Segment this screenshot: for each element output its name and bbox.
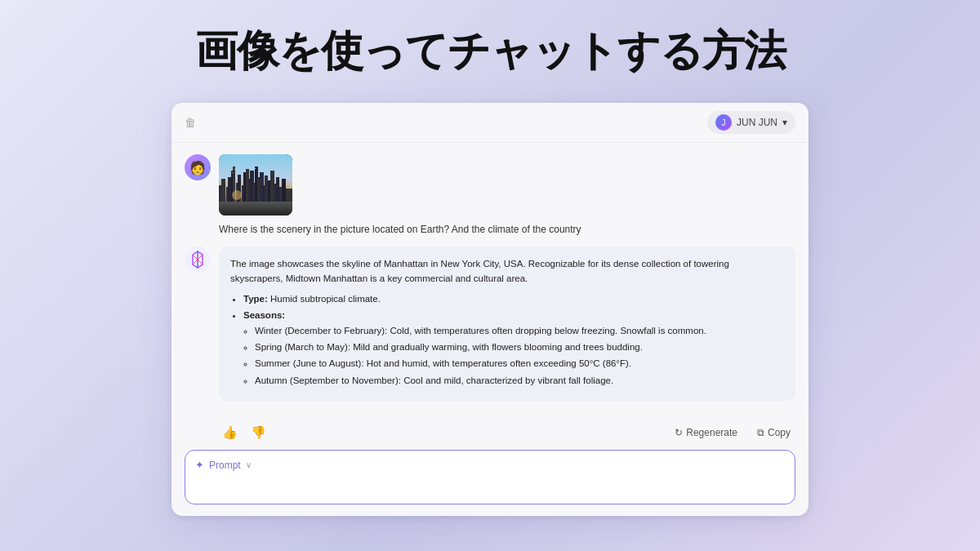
regenerate-icon: ↻ bbox=[675, 427, 683, 438]
svg-rect-1 bbox=[219, 202, 292, 216]
user-image-thumb bbox=[219, 154, 292, 216]
copy-button[interactable]: ⧉ Copy bbox=[752, 424, 795, 441]
ai-climate-list: Type: Humid subtropical climate. Seasons… bbox=[243, 291, 784, 388]
chat-window: 🗑 J JUN JUN ▾ 🧑 bbox=[172, 103, 808, 516]
copy-icon: ⧉ bbox=[757, 427, 764, 438]
user-avatar: 🧑 bbox=[185, 154, 211, 180]
svg-rect-24 bbox=[276, 177, 279, 202]
chat-input-area[interactable]: ✦ Prompt ∨ bbox=[185, 450, 795, 504]
sparkle-icon: ✦ bbox=[195, 459, 204, 471]
user-menu[interactable]: J JUN JUN ▾ bbox=[707, 111, 795, 134]
trash-icon[interactable]: 🗑 bbox=[185, 116, 196, 129]
ai-intro-text: The image showcases the skyline of Manha… bbox=[230, 256, 784, 287]
ai-avatar bbox=[185, 247, 211, 273]
utility-buttons: ↻ Regenerate ⧉ Copy bbox=[670, 424, 795, 441]
regenerate-label: Regenerate bbox=[686, 427, 737, 438]
thumbs-down-icon: 👎 bbox=[251, 425, 266, 439]
thumbs-up-icon: 👍 bbox=[222, 425, 238, 439]
ai-seasons-list: Winter (December to February): Cold, wit… bbox=[255, 323, 784, 389]
dislike-button[interactable]: 👎 bbox=[247, 424, 270, 442]
prompt-label-row[interactable]: ✦ Prompt ∨ bbox=[195, 459, 785, 471]
chevron-down-icon: ∨ bbox=[246, 460, 252, 469]
user-message-text: Where is the scenery in the picture loca… bbox=[219, 222, 581, 237]
user-message-row: 🧑 bbox=[185, 154, 795, 237]
list-item: Autumn (September to November): Cool and… bbox=[255, 373, 784, 388]
list-item: Spring (March to May): Mild and graduall… bbox=[255, 340, 784, 354]
ai-seasons: Seasons: Winter (December to February): … bbox=[243, 308, 784, 388]
chat-header: 🗑 J JUN JUN ▾ bbox=[172, 103, 808, 143]
svg-rect-3 bbox=[221, 179, 225, 202]
copy-label: Copy bbox=[768, 427, 791, 438]
svg-rect-31 bbox=[245, 171, 246, 171]
svg-rect-26 bbox=[282, 179, 286, 202]
chat-body: 🧑 bbox=[172, 143, 808, 450]
svg-point-28 bbox=[232, 190, 242, 200]
user-name-label: JUN JUN bbox=[737, 117, 777, 128]
avatar: J bbox=[715, 114, 732, 131]
ai-message-actions: 👍 👎 ↻ Regenerate ⧉ Copy bbox=[185, 417, 795, 450]
ai-message-content: The image showcases the skyline of Manha… bbox=[219, 247, 795, 401]
page-title: 画像を使ってチャットする方法 bbox=[195, 23, 786, 80]
svg-rect-27 bbox=[286, 189, 292, 202]
svg-rect-32 bbox=[255, 168, 256, 169]
reaction-buttons: 👍 👎 bbox=[219, 424, 270, 442]
prompt-text: Prompt bbox=[209, 460, 241, 471]
input-field[interactable] bbox=[195, 476, 785, 495]
list-item: Winter (December to February): Cold, wit… bbox=[255, 323, 784, 338]
user-message-content: Where is the scenery in the picture loca… bbox=[219, 154, 581, 237]
chevron-down-icon: ▾ bbox=[782, 117, 787, 128]
svg-rect-20 bbox=[265, 176, 268, 202]
like-button[interactable]: 👍 bbox=[219, 424, 241, 442]
header-left: 🗑 bbox=[185, 116, 196, 129]
svg-rect-29 bbox=[232, 172, 233, 173]
list-item: Summer (June to August): Hot and humid, … bbox=[255, 356, 784, 371]
ai-climate-type: Type: Humid subtropical climate. bbox=[243, 291, 784, 306]
ai-message-row: The image showcases the skyline of Manha… bbox=[185, 247, 795, 407]
regenerate-button[interactable]: ↻ Regenerate bbox=[670, 424, 742, 441]
svg-rect-30 bbox=[234, 169, 235, 170]
